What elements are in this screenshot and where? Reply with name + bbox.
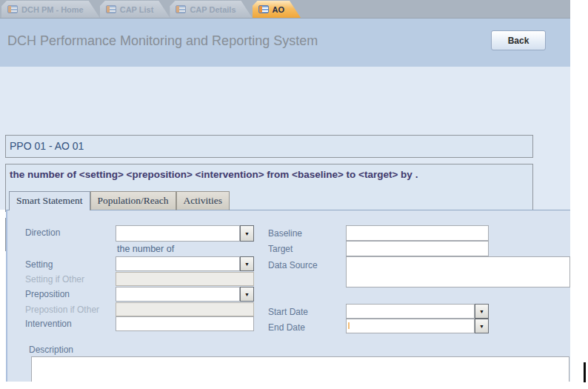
end-date-label: End Date — [268, 322, 305, 333]
setting-label: Setting — [25, 259, 53, 270]
target-label: Target — [268, 244, 293, 254]
page-title: DCH Performance Monitoring and Reporting… — [7, 33, 318, 49]
tab-label: CAP Details — [190, 5, 235, 14]
dropdown-arrow-icon[interactable]: ▼ — [475, 304, 489, 319]
prepostion-if-other-label: Prepostion if Other — [25, 305, 99, 315]
tab-label: DCH PM - Home — [21, 5, 84, 14]
intervention-label: Intervention — [25, 319, 72, 329]
preposition-combobox[interactable]: ▼ — [116, 287, 254, 302]
preposition-input[interactable] — [116, 287, 240, 302]
screenshot-bottom-margin — [0, 382, 588, 389]
tab-ao[interactable]: AO — [253, 1, 301, 18]
sub-tab-strip: Smart Statement Population/Reach Activit… — [9, 191, 230, 210]
statement-section: PPO 01 - AO 01 the number of <setting> <… — [0, 67, 570, 210]
setting-if-other-input — [116, 272, 254, 286]
smart-statement-text: the number of <setting> <preposition> <i… — [6, 164, 532, 180]
baseline-label: Baseline — [268, 228, 302, 239]
start-date-label: Start Date — [268, 307, 308, 317]
direction-static-text: the number of — [117, 244, 174, 254]
document-tab-bar: DCH PM - Home CAP List CAP Details AO — [0, 0, 570, 19]
baseline-input[interactable] — [346, 225, 489, 241]
tab-label: CAP List — [120, 5, 154, 14]
tab-label: AO — [273, 5, 285, 14]
setting-if-other-label: Setting if Other — [25, 274, 84, 285]
dropdown-arrow-icon[interactable]: ▼ — [240, 287, 254, 302]
dropdown-arrow-icon[interactable]: ▼ — [240, 256, 254, 271]
app-window: DCH PM - Home CAP List CAP Details AO DC… — [0, 0, 588, 389]
dropdown-arrow-icon[interactable]: ▼ — [240, 225, 254, 242]
form-icon — [176, 5, 186, 13]
direction-combobox[interactable]: ▼ — [116, 225, 254, 242]
form-icon — [106, 5, 116, 13]
mouse-text-cursor — [584, 362, 586, 382]
intervention-input[interactable] — [116, 316, 254, 331]
form-icon — [258, 5, 269, 13]
target-input[interactable] — [346, 241, 489, 256]
start-date-input[interactable] — [346, 304, 475, 319]
end-date-input[interactable] — [346, 319, 475, 333]
tab-cap-list[interactable]: CAP List — [100, 1, 170, 18]
tab-dch-pm-home[interactable]: DCH PM - Home — [1, 1, 100, 18]
data-source-label: Data Source — [268, 260, 318, 270]
tab-smart-statement[interactable]: Smart Statement — [9, 191, 90, 210]
tab-population-reach[interactable]: Population/Reach — [90, 191, 176, 210]
objective-id: PPO 01 - AO 01 — [6, 136, 532, 152]
header-band: DCH Performance Monitoring and Reporting… — [0, 19, 570, 67]
setting-combobox[interactable]: ▼ — [116, 256, 254, 271]
preposition-label: Preposition — [25, 289, 70, 299]
direction-input[interactable] — [116, 225, 240, 242]
description-label: Description — [29, 345, 73, 355]
prepostion-if-other-input — [116, 302, 254, 316]
tab-cap-details[interactable]: CAP Details — [170, 1, 252, 18]
tab-activities[interactable]: Activities — [176, 191, 230, 210]
setting-input[interactable] — [116, 256, 240, 271]
screenshot-right-margin — [570, 0, 588, 389]
end-date-combobox[interactable]: ▼ — [346, 319, 489, 333]
dropdown-arrow-icon[interactable]: ▼ — [475, 319, 489, 333]
start-date-combobox[interactable]: ▼ — [346, 304, 489, 319]
objective-id-box: PPO 01 - AO 01 — [5, 135, 533, 158]
form-icon — [7, 5, 18, 13]
text-caret — [348, 322, 350, 329]
back-button[interactable]: Back — [491, 30, 546, 50]
data-source-input[interactable] — [346, 256, 570, 287]
direction-label: Direction — [25, 227, 60, 238]
